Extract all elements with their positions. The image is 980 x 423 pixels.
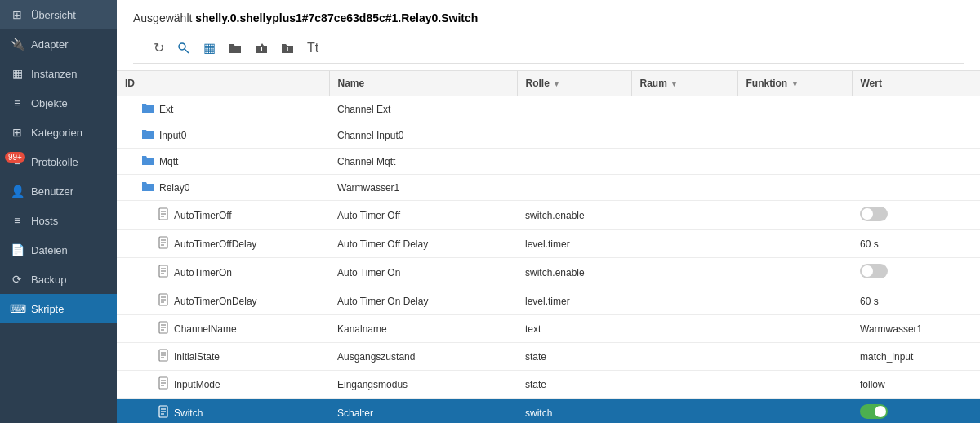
sidebar-label: Protokolle: [31, 156, 78, 168]
sidebar-item-dateien[interactable]: 📄 Dateien: [0, 235, 117, 265]
sidebar-label: Übersicht: [31, 9, 76, 21]
cell-name: Kanalname: [329, 315, 517, 343]
sidebar-item-protokolle[interactable]: 99+ ≡ Protokolle: [0, 147, 117, 176]
folder-icon: [141, 180, 154, 194]
cell-raum: [631, 343, 737, 371]
svg-line-1: [185, 49, 189, 53]
notification-badge: 99+: [5, 152, 25, 163]
col-raum[interactable]: Raum ▾: [631, 71, 737, 96]
table-row[interactable]: AutoTimerOffDelay Auto Timer Off Delay l…: [117, 230, 980, 258]
scripts-icon: ⌨: [10, 302, 24, 315]
table-row[interactable]: AutoTimerOnDelay Auto Timer On Delay lev…: [117, 287, 980, 315]
table-row[interactable]: ChannelName Kanalname text Warmwasser1: [117, 315, 980, 343]
folder2-button[interactable]: [277, 40, 298, 56]
cell-wert: [852, 96, 980, 122]
backup-icon: ⟳: [10, 273, 24, 286]
file-icon: [158, 265, 169, 280]
cell-id: Switch: [117, 399, 329, 424]
cell-wert: [852, 122, 980, 149]
sidebar-item-hosts[interactable]: ≡ Hosts: [0, 206, 117, 235]
cell-name: Auto Timer Off Delay: [329, 230, 517, 258]
file-icon: [158, 405, 169, 421]
hosts-icon: ≡: [10, 214, 24, 227]
data-table: ID Name Rolle ▾ Raum ▾ Funktion: [117, 71, 980, 423]
cell-raum: [631, 175, 737, 201]
row-id-text: AutoTimerOff: [174, 210, 232, 221]
table-row[interactable]: InitialState Ausgangszustand state match…: [117, 343, 980, 371]
table-row[interactable]: InputMode Eingangsmodus state follow: [117, 371, 980, 399]
cell-name: Ausgangszustand: [329, 343, 517, 371]
categories-icon: ⊞: [10, 126, 24, 139]
sidebar-item-adapter[interactable]: 🔌 Adapter: [0, 29, 117, 59]
sidebar-item-instanzen[interactable]: ▦ Instanzen: [0, 59, 117, 88]
cell-funktion: [737, 343, 852, 371]
sidebar-item-backup[interactable]: ⟳ Backup: [0, 265, 117, 294]
cell-wert-text: Warmwasser1: [860, 323, 922, 335]
sidebar-item-ubersicht[interactable]: ⊞ Übersicht: [0, 0, 117, 29]
toggle-switch[interactable]: [860, 264, 888, 278]
table-row[interactable]: AutoTimerOn Auto Timer On switch.enable: [117, 258, 980, 287]
cell-rolle: text: [517, 315, 631, 343]
row-id-text: AutoTimerOnDelay: [174, 296, 257, 307]
cell-funktion: [737, 315, 852, 343]
row-id-text: Relay0: [159, 182, 189, 194]
folder-icon: [141, 102, 154, 116]
chart-button[interactable]: ▦: [199, 38, 220, 58]
file-icon: [158, 349, 169, 364]
file-icon: [158, 321, 169, 336]
instances-icon: ▦: [10, 67, 24, 80]
table-row[interactable]: AutoTimerOff Auto Timer Off switch.enabl…: [117, 201, 980, 230]
sidebar-item-kategorien[interactable]: ⊞ Kategorien: [0, 118, 117, 147]
folder-icon: [141, 128, 154, 142]
folder1-button[interactable]: [225, 40, 246, 56]
data-table-container: ID Name Rolle ▾ Raum ▾ Funktion: [117, 71, 980, 423]
cell-wert-text: follow: [860, 379, 885, 390]
cell-funktion: [737, 149, 852, 175]
col-funktion[interactable]: Funktion ▾: [737, 71, 852, 96]
sidebar-label: Hosts: [31, 215, 58, 227]
cell-raum: [631, 230, 737, 258]
cell-wert: [852, 175, 980, 201]
format-button[interactable]: Tt: [303, 38, 323, 58]
cell-wert: 60 s: [852, 287, 980, 315]
table-row[interactable]: Switch Schalter switch: [117, 399, 980, 424]
upload-button[interactable]: [251, 40, 272, 56]
header: Ausgewählt shelly.0.shellyplus1#7c87ce63…: [117, 0, 980, 71]
col-rolle[interactable]: Rolle ▾: [517, 71, 631, 96]
toggle-switch[interactable]: [860, 404, 888, 419]
cell-wert-text: 60 s: [860, 238, 879, 250]
cell-raum: [631, 287, 737, 315]
key-button[interactable]: [173, 39, 194, 57]
table-row[interactable]: Mqtt Channel Mqtt: [117, 149, 980, 175]
row-id-text: AutoTimerOffDelay: [174, 238, 256, 250]
folder-icon: [141, 154, 154, 168]
raum-sort-icon: ▾: [672, 80, 676, 88]
row-id-text: Switch: [174, 407, 203, 419]
cell-name: Auto Timer On: [329, 258, 517, 287]
refresh-button[interactable]: ↻: [149, 38, 168, 58]
cell-rolle: level.timer: [517, 287, 631, 315]
sidebar-item-benutzer[interactable]: 👤 Benutzer: [0, 176, 117, 206]
sidebar: ⊞ Übersicht 🔌 Adapter ▦ Instanzen ≡ Obje…: [0, 0, 117, 423]
table-row[interactable]: Input0 Channel Input0: [117, 122, 980, 149]
cell-wert: [852, 149, 980, 175]
col-wert: Wert: [852, 71, 980, 96]
sidebar-item-objekte[interactable]: ≡ Objekte: [0, 88, 117, 118]
sidebar-item-skripte[interactable]: ⌨ Skripte: [0, 294, 117, 323]
cell-rolle: switch.enable: [517, 201, 631, 230]
sidebar-label: Benutzer: [31, 185, 74, 198]
file-icon: [158, 207, 169, 223]
cell-wert-text: 60 s: [860, 296, 879, 307]
table-row[interactable]: Relay0 Warmwasser1: [117, 175, 980, 201]
cell-rolle: state: [517, 371, 631, 399]
cell-name: Eingangsmodus: [329, 371, 517, 399]
cell-raum: [631, 122, 737, 149]
cell-wert: match_input: [852, 343, 980, 371]
cell-wert-text: match_input: [860, 351, 913, 363]
cell-wert: 60 s: [852, 230, 980, 258]
toggle-switch[interactable]: [860, 207, 888, 221]
cell-raum: [631, 315, 737, 343]
table-row[interactable]: Ext Channel Ext: [117, 96, 980, 122]
cell-wert: [852, 258, 980, 287]
rolle-sort-icon: ▾: [555, 80, 559, 88]
